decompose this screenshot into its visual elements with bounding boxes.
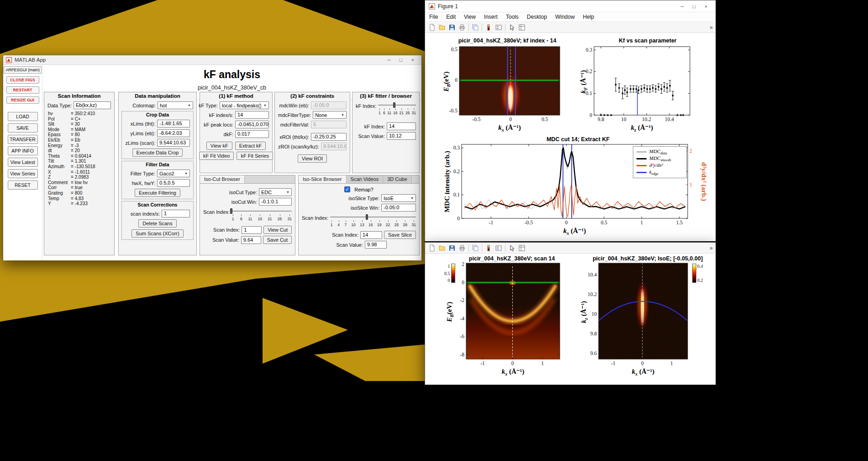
maximize-button[interactable]: □ <box>395 57 407 63</box>
menu-item[interactable]: Edit <box>442 14 460 20</box>
save-cut-button[interactable]: Save Cut <box>263 236 292 244</box>
kf-fit-video-button[interactable]: kF Fit Video <box>199 152 234 160</box>
isoslice-win-field[interactable]: -0.05:0 <box>381 204 416 212</box>
delete-scans-button[interactable]: Delete Scans <box>138 219 176 228</box>
isocut-scan-slider[interactable] <box>231 211 292 212</box>
isoslice-scan-slider[interactable] <box>330 217 416 217</box>
execute-filtering-button[interactable]: Execute Filtering <box>135 189 180 197</box>
scan-info-line: Tilt= 1.301 <box>48 159 110 164</box>
sum-scans-button[interactable]: Sum Scans (XCorr) <box>132 229 183 238</box>
ylims-field[interactable]: -8.64:2.03 <box>157 129 190 137</box>
sidebar-button[interactable]: View Latest <box>8 158 38 167</box>
colormap-dropdown[interactable]: hot▼ <box>158 101 193 109</box>
xlims-field[interactable]: -1.48:1.65 <box>157 120 190 127</box>
open-file-icon[interactable] <box>437 23 447 32</box>
tab-iso-cut-browser[interactable]: Iso-Cut Browser <box>200 175 245 183</box>
sidebar-red-button[interactable]: RESIZE GUI <box>6 96 39 104</box>
slider-thumb[interactable] <box>366 214 368 220</box>
sidebar-button[interactable]: TRANSFER <box>8 135 38 144</box>
print-icon[interactable] <box>457 23 467 32</box>
figure1-titlebar[interactable]: Figure 1 ─ □ × <box>425 0 715 12</box>
edit-plot-arrow-icon[interactable] <box>507 244 517 253</box>
close-button[interactable]: × <box>700 4 712 9</box>
insert-colorbar-icon[interactable] <box>484 23 494 32</box>
scan-index-field[interactable]: 1 <box>162 210 190 217</box>
isocut-win-field[interactable]: -0.1:0.1 <box>259 198 292 206</box>
scan14-axes[interactable]: -10120-2-4-6-8 <box>443 262 580 374</box>
kf-peak-locs-field[interactable]: -0.0451,0.0709 <box>235 121 269 128</box>
hw-field[interactable]: 0.5,0.5 <box>157 179 190 187</box>
maximize-button[interactable]: □ <box>688 4 700 9</box>
menu-item[interactable]: Desktop <box>523 14 551 20</box>
data-type-field[interactable]: Eb(kx,kz) <box>74 101 111 109</box>
save-icon[interactable] <box>447 23 457 32</box>
minimize-button[interactable]: ─ <box>383 57 395 63</box>
filter-type-dropdown[interactable]: Gaco2▼ <box>157 170 190 177</box>
menu-item[interactable]: Tools <box>502 14 523 20</box>
kf-index-slider[interactable] <box>378 105 416 106</box>
save-icon[interactable] <box>447 244 457 253</box>
copy-figure-icon[interactable] <box>470 244 480 253</box>
extract-kf-button[interactable]: Extract kF <box>235 142 266 150</box>
isoslice-type-dropdown[interactable]: IsoE▼ <box>381 194 416 202</box>
new-figure-icon[interactable] <box>427 244 437 253</box>
toolbar-overflow-chevron[interactable]: » <box>710 245 713 251</box>
close-button[interactable]: × <box>407 57 419 63</box>
matlab-app-titlebar[interactable]: MATLAB App ─ □ × <box>3 55 421 65</box>
xroi-field[interactable]: -0.25:0.25 <box>311 133 347 141</box>
property-inspector-icon[interactable] <box>517 244 527 253</box>
copy-figure-icon[interactable] <box>470 23 480 32</box>
slider-thumb[interactable] <box>393 102 395 108</box>
mdc-legend[interactable]: MDCdata MDCsmooth d²y/dx² kedge <box>633 146 687 178</box>
property-inspector-icon[interactable] <box>517 23 527 32</box>
sidebar-button[interactable]: SAVE <box>8 123 38 132</box>
isocut-value-field[interactable]: 9.64 <box>241 236 261 244</box>
isoslice-value-field[interactable]: 9.98 <box>365 241 387 249</box>
slider-thumb[interactable] <box>230 208 232 214</box>
menu-item[interactable]: Help <box>579 14 599 20</box>
tab-scan-videos[interactable]: Scan Videos <box>347 175 384 183</box>
view-cut-button[interactable]: View Cut <box>263 226 292 234</box>
zlims-field[interactable]: 9.544:10.63 <box>157 139 190 147</box>
view-roi-button[interactable]: View ROI <box>298 154 327 163</box>
edit-plot-arrow-icon[interactable] <box>507 23 517 32</box>
execute-data-crop-button[interactable]: Execute Data Crop <box>132 148 183 157</box>
scan-value-field[interactable]: 10.12 <box>387 132 416 140</box>
sidebar-red-button[interactable]: CLOSE FIGS <box>6 76 39 84</box>
kf-index-field[interactable]: 14 <box>235 111 269 119</box>
isocut-type-dropdown[interactable]: EDC▼ <box>259 188 292 196</box>
isocut-index-field[interactable]: 1 <box>242 226 262 234</box>
new-figure-icon[interactable] <box>427 23 437 32</box>
isoslice-index-field[interactable]: 14 <box>360 231 382 239</box>
tab-arpesgui-main[interactable]: ARPESGUI (main) <box>4 66 42 74</box>
sidebar-button[interactable]: RESET <box>8 180 38 190</box>
tab-3d-cube[interactable]: 3D Cube <box>383 175 411 183</box>
dkf-field[interactable]: 0.017 <box>235 130 269 138</box>
toolbar-overflow-chevron[interactable]: » <box>710 24 713 31</box>
view-kf-button[interactable]: View kF <box>206 142 232 150</box>
mdc-filter-type-dropdown[interactable]: None▼ <box>313 111 347 119</box>
sidebar-button[interactable]: APP INFO <box>8 146 38 155</box>
save-slice-button[interactable]: Save Slice <box>384 231 416 239</box>
print-icon[interactable] <box>457 244 467 253</box>
menu-item[interactable]: Window <box>551 14 579 20</box>
menu-item[interactable]: View <box>460 14 480 20</box>
tab-iso-slice-browser[interactable]: Iso-Slice Browser <box>299 175 347 183</box>
insert-colorbar-icon[interactable] <box>484 244 494 253</box>
sidebar-button[interactable]: LOAD <box>8 112 38 121</box>
menu-item[interactable]: File <box>425 14 442 20</box>
open-file-icon[interactable] <box>437 244 447 253</box>
y-axis-label: EB(eV) <box>446 278 454 346</box>
insert-legend-icon[interactable] <box>494 23 504 32</box>
minimize-button[interactable]: ─ <box>676 4 688 9</box>
menu-item[interactable]: Insert <box>480 14 502 20</box>
insert-legend-icon[interactable] <box>494 244 504 253</box>
kf-type-dropdown[interactable]: local - findpeaks()▼ <box>220 101 269 109</box>
sidebar-red-button[interactable]: RESTART <box>6 86 39 94</box>
remap-checkbox[interactable]: ✓ <box>344 186 350 192</box>
kf-scan-axes[interactable]: 9.81010.210.400.10.20.3 <box>580 45 715 127</box>
kf-fit-series-button[interactable]: kF Fit Series <box>237 152 273 160</box>
sidebar-button[interactable]: View Series <box>8 169 38 178</box>
kf-map-axes[interactable]: -0.500.50.50-0.5 <box>439 45 576 127</box>
kf-index-value-field[interactable]: 14 <box>387 122 416 130</box>
